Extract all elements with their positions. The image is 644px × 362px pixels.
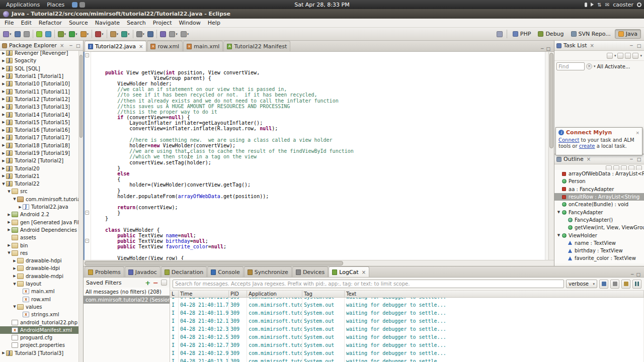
expand-arrow-icon[interactable]: ▶ bbox=[1, 97, 6, 101]
tree-item[interactable]: ▼com.mimirsoft.tutorial22 bbox=[0, 196, 78, 203]
tree-item[interactable]: ▶Android 2.2 bbox=[0, 211, 78, 218]
tree-item[interactable]: ▶Tutorial15 [Tutorial15] bbox=[0, 119, 78, 126]
fold-collapse-icon[interactable]: - bbox=[85, 239, 89, 243]
expand-arrow-icon[interactable]: ▶ bbox=[7, 243, 12, 247]
run-button[interactable]: ▾ bbox=[67, 29, 79, 39]
tree-item[interactable]: ▶bin bbox=[0, 241, 78, 249]
perspective-svn-repo[interactable]: SVN Repo... bbox=[568, 30, 614, 38]
new-task-icon[interactable] bbox=[607, 53, 613, 59]
log-row[interactable]: I04-28 21:40:12.72309com.mimirsoft.tutoS… bbox=[170, 341, 644, 349]
outline-tree[interactable]: arrayOfWebData : ArrayList<PPersonaa : F… bbox=[554, 170, 644, 263]
tree-item[interactable]: ▼Tutorial22 bbox=[0, 180, 78, 188]
task-find-input[interactable] bbox=[556, 62, 585, 70]
expand-arrow-icon[interactable]: ▶ bbox=[1, 105, 6, 109]
forward-button[interactable]: ▾ bbox=[179, 29, 191, 39]
save-log-icon[interactable] bbox=[599, 280, 608, 289]
minimize-editor-icon[interactable]: ─ bbox=[541, 46, 543, 51]
clear-log-icon[interactable] bbox=[621, 280, 630, 289]
edit-filter-icon[interactable] bbox=[161, 280, 167, 286]
editor-tab-tutorial22-manifest[interactable]: ATutorial22 Manifest bbox=[223, 41, 290, 51]
tree-item[interactable]: ▶Tutorial14 [Tutorial14] bbox=[0, 111, 78, 118]
column-header-text[interactable]: Text bbox=[345, 291, 644, 297]
expand-arrow-icon[interactable]: ▼ bbox=[12, 282, 17, 286]
clear-find-icon[interactable]: × bbox=[586, 63, 592, 69]
new-java-class-button[interactable]: ▾ bbox=[120, 29, 131, 39]
menu-file[interactable]: File bbox=[1, 19, 17, 27]
log-row[interactable]: I04-28 21:40:12.93309com.mimirsoft.tutoS… bbox=[170, 349, 644, 357]
tree-item[interactable]: ▶gen [Generated Java Files] bbox=[0, 219, 78, 226]
places-menu[interactable]: Places bbox=[43, 0, 68, 9]
expand-arrow-icon[interactable]: ▶ bbox=[1, 151, 6, 155]
expand-arrow-icon[interactable]: ▶ bbox=[1, 89, 6, 94]
expand-arrow-icon[interactable]: ▶ bbox=[1, 120, 6, 124]
tree-item[interactable]: ▶Tutorial1 [Tutorial1] bbox=[0, 72, 78, 80]
tree-item[interactable]: strings.xml bbox=[0, 311, 78, 318]
outline-item[interactable]: ▼ViewHolder bbox=[554, 231, 644, 239]
view-title[interactable]: Outline bbox=[563, 156, 584, 162]
close-view-icon[interactable]: × bbox=[589, 43, 595, 48]
menu-navigate[interactable]: Navigate bbox=[92, 19, 123, 27]
expand-arrow-icon[interactable]: ▶ bbox=[1, 136, 6, 140]
perspective-debug[interactable]: Debug bbox=[535, 30, 567, 38]
tree-item[interactable]: ▶drawable-mdpi bbox=[0, 273, 78, 280]
view-tab-problems[interactable]: Problems bbox=[85, 266, 124, 277]
minimize-view-icon[interactable]: ─ bbox=[631, 272, 633, 277]
tree-item[interactable]: ▶Tutorial17 [Tutorial17] bbox=[0, 134, 78, 141]
perspective-php[interactable]: PHP bbox=[510, 30, 534, 38]
add-filter-icon[interactable]: + bbox=[145, 279, 150, 287]
log-row[interactable]: I04-28 21:40:12.33309com.mimirsoft.tutoS… bbox=[170, 325, 644, 333]
log-row[interactable]: I04-28 21:40:12.13309com.mimirsoft.tutoS… bbox=[170, 317, 644, 325]
logcat-table[interactable]: I04-28 21:40:11.53309com.mimirsoft.tutoS… bbox=[170, 298, 644, 362]
view-tab-javadoc[interactable]: Javadoc bbox=[125, 266, 160, 277]
window-titlebar[interactable]: Java - Tutorial22/src/com/mimirsoft/tuto… bbox=[0, 9, 644, 19]
back-button[interactable]: ▾ bbox=[168, 29, 179, 39]
minimize-view-icon[interactable]: ─ bbox=[68, 43, 73, 48]
logcat-filter[interactable]: com.mimirsoft.tutorial22 (Session... bbox=[84, 296, 170, 304]
log-row[interactable]: I04-28 21:40:13.13309com.mimirsoft.tutoS… bbox=[170, 357, 644, 362]
applications-menu[interactable]: Applications bbox=[3, 0, 43, 9]
tree-item[interactable]: ▶Revenger [Revenger] bbox=[0, 49, 78, 57]
view-menu-icon[interactable] bbox=[632, 53, 638, 59]
expand-arrow-icon[interactable]: ▼ bbox=[556, 233, 561, 237]
column-header-tag[interactable]: Tag bbox=[302, 291, 345, 297]
outline-item[interactable]: ▼FancyAdapter bbox=[554, 208, 644, 216]
volume-icon[interactable] bbox=[591, 3, 594, 7]
search-button[interactable] bbox=[146, 29, 155, 39]
column-header-time[interactable]: Time bbox=[179, 291, 229, 297]
expand-arrow-icon[interactable]: ▶ bbox=[1, 113, 6, 117]
network-icon[interactable]: ⇅ bbox=[597, 2, 601, 8]
editor-tab-main-xml[interactable]: xmain.xml bbox=[183, 41, 223, 51]
tree-item[interactable]: ▼layout bbox=[0, 280, 78, 288]
tree-item[interactable]: ▶Tutorial16 [Tutorial16] bbox=[0, 126, 78, 134]
external-tools-button[interactable]: ▾ bbox=[79, 29, 91, 39]
tree-item[interactable]: ▼src bbox=[0, 188, 78, 195]
menu-help[interactable]: Help bbox=[204, 19, 224, 27]
expand-arrow-icon[interactable]: ▼ bbox=[556, 210, 561, 214]
categorize-tasks-icon[interactable] bbox=[617, 53, 623, 59]
tree-item[interactable]: ▶Tutorial2 [Tutorial2] bbox=[0, 157, 78, 164]
coverage-button[interactable]: ▾ bbox=[94, 29, 105, 39]
maximize-view-icon[interactable]: □ bbox=[636, 157, 642, 162]
outline-item[interactable]: resultRow : ArrayList<String bbox=[554, 193, 644, 201]
log-row[interactable]: I04-28 21:40:12.52309com.mimirsoft.tutoS… bbox=[170, 333, 644, 341]
expand-arrow-icon[interactable]: ▼ bbox=[12, 197, 17, 201]
tree-item[interactable]: ▶drawable-hdpi bbox=[0, 257, 78, 264]
expand-arrow-icon[interactable]: ▶ bbox=[18, 205, 23, 209]
new-java-project-button[interactable]: ▾ bbox=[109, 29, 120, 39]
tree-item[interactable]: main.xml bbox=[0, 288, 78, 295]
tree-item[interactable]: ▶Tutorial18 [Tutorial18] bbox=[0, 142, 78, 149]
mail-icon[interactable]: ✉ bbox=[605, 2, 609, 8]
expand-arrow-icon[interactable]: ▼ bbox=[1, 182, 6, 186]
expand-arrow-icon[interactable]: ▼ bbox=[7, 190, 12, 194]
column-header-pid[interactable]: PID bbox=[229, 291, 247, 297]
column-header-l[interactable]: L bbox=[170, 291, 179, 297]
expand-arrow-icon[interactable]: ▶ bbox=[1, 143, 6, 147]
logcat-search-input[interactable] bbox=[173, 280, 564, 288]
expand-arrow-icon[interactable]: ▶ bbox=[1, 166, 6, 170]
tree-item[interactable]: ▶Tutorial19 [Tutorial19] bbox=[0, 149, 78, 157]
menu-edit[interactable]: Edit bbox=[17, 19, 35, 27]
code-area[interactable]: public View getView(int position, View c… bbox=[91, 52, 545, 260]
save-button[interactable] bbox=[13, 29, 22, 39]
filter-list[interactable]: All messages (no filters) (208)com.mimir… bbox=[84, 288, 170, 362]
expand-arrow-icon[interactable]: ▶ bbox=[7, 213, 12, 217]
